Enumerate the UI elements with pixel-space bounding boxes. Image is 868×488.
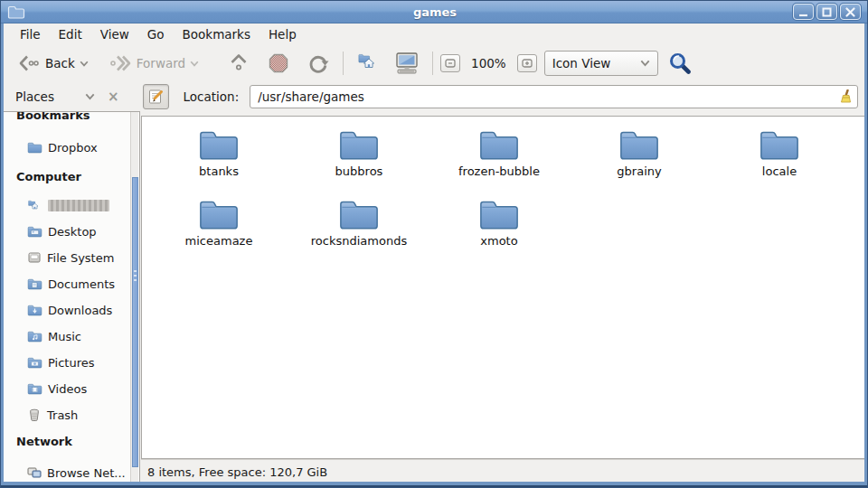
sidebar: Bookmarks Dropbox Computer Desktop File … <box>4 111 140 483</box>
forward-icon <box>108 53 132 73</box>
combo-chevron-icon <box>640 60 650 67</box>
close-button[interactable] <box>840 4 861 20</box>
drive-icon <box>27 250 42 265</box>
home-folder-icon <box>27 199 42 212</box>
minimize-button[interactable] <box>793 4 814 20</box>
up-icon <box>228 52 250 74</box>
sidebar-scrollbar[interactable] <box>130 112 138 483</box>
location-input[interactable] <box>250 85 858 108</box>
window-border-left <box>1 1 4 487</box>
stop-button[interactable] <box>261 48 296 79</box>
folder-item-miceamaze[interactable]: miceamaze <box>151 196 287 248</box>
sidebar-header-computer: Computer <box>16 170 81 183</box>
sidebar-header-bookmarks: Bookmarks <box>16 111 90 122</box>
sidebar-item-music[interactable]: Music <box>4 326 139 346</box>
window-folder-icon <box>7 5 25 23</box>
file-manager-window: games File Edit View Go Bookmarks Help B… <box>0 0 868 488</box>
folder-icon <box>478 196 520 231</box>
folder-item-btanks[interactable]: btanks <box>151 127 287 178</box>
computer-button[interactable] <box>389 48 425 79</box>
titlebar[interactable]: games <box>1 1 868 23</box>
up-button[interactable] <box>222 48 256 79</box>
network-icon <box>27 465 42 480</box>
view-mode-select[interactable]: Icon View <box>544 51 658 76</box>
back-button[interactable]: Back <box>11 49 95 78</box>
folder-icon <box>198 196 240 231</box>
sidebar-item-browse-network[interactable]: Browse Net... <box>4 463 139 483</box>
places-chevron-icon <box>85 93 95 100</box>
toolbar: Back Forward 100% <box>4 44 866 82</box>
sidebar-header-network: Network <box>16 435 72 448</box>
redacted-username <box>48 200 109 211</box>
folder-icon <box>338 196 380 231</box>
folder-item-frozen-bubble[interactable]: frozen-bubble <box>431 127 567 178</box>
reload-button[interactable] <box>301 48 335 79</box>
zoom-out-icon <box>445 59 456 68</box>
stop-icon <box>268 52 289 74</box>
search-button[interactable] <box>662 47 698 80</box>
forward-dropdown-chevron-icon <box>190 61 199 67</box>
location-bar: Places × Location: <box>4 82 866 111</box>
sidebar-item-downloads[interactable]: Downloads <box>4 300 139 320</box>
statusbar: 8 items, Free space: 120,7 GiB <box>141 459 865 483</box>
sidebar-item-videos[interactable]: Videos <box>4 379 139 399</box>
folder-item-xmoto[interactable]: xmoto <box>431 196 567 248</box>
folder-item-gbrainy[interactable]: gbrainy <box>571 127 707 178</box>
sidebar-item-desktop[interactable]: Desktop <box>4 221 139 241</box>
folder-item-bubbros[interactable]: bubbros <box>291 127 427 178</box>
music-folder-icon <box>27 330 42 343</box>
edit-location-toggle[interactable] <box>143 84 169 109</box>
places-dropdown[interactable]: Places <box>8 87 102 107</box>
folder-icon <box>759 127 800 162</box>
menu-view[interactable]: View <box>91 25 138 43</box>
folder-icon <box>198 127 240 162</box>
window-title: games <box>1 5 868 19</box>
folder-item-rocksndiamonds[interactable]: rocksndiamonds <box>291 196 427 248</box>
toolbar-separator <box>343 52 344 75</box>
forward-button[interactable]: Forward <box>102 49 205 78</box>
menu-file[interactable]: File <box>11 25 50 43</box>
folder-icon <box>338 127 380 162</box>
zoom-in-icon <box>522 59 533 68</box>
back-icon <box>17 53 41 73</box>
sidebar-item-documents[interactable]: Documents <box>4 274 139 294</box>
computer-icon <box>395 52 419 74</box>
home-button[interactable] <box>351 48 387 79</box>
sidebar-item-home[interactable] <box>4 195 139 215</box>
zoom-out-button[interactable] <box>440 54 460 72</box>
menu-help[interactable]: Help <box>259 25 306 43</box>
sidebar-item-dropbox[interactable]: Dropbox <box>4 137 139 157</box>
close-sidebar-button[interactable]: × <box>102 89 125 105</box>
folder-icon <box>27 141 42 154</box>
menu-edit[interactable]: Edit <box>50 25 91 43</box>
trash-icon <box>27 408 42 422</box>
reload-icon <box>307 52 329 74</box>
clear-location-icon[interactable] <box>838 89 853 108</box>
downloads-folder-icon <box>27 304 42 316</box>
location-label: Location: <box>184 89 240 104</box>
status-text: 8 items, Free space: 120,7 GiB <box>147 465 327 479</box>
back-dropdown-chevron-icon <box>80 61 89 67</box>
icon-view[interactable]: btanks bubbros frozen-bubble gbrainy loc… <box>141 116 865 459</box>
toolbar-separator-2 <box>432 52 433 75</box>
maximize-button[interactable] <box>816 4 837 20</box>
window-border-bottom <box>1 482 867 487</box>
sidebar-item-file-system[interactable]: File System <box>4 248 139 267</box>
folder-icon <box>478 127 520 162</box>
home-icon <box>357 52 381 74</box>
videos-folder-icon <box>27 382 42 395</box>
zoom-in-button[interactable] <box>517 54 537 72</box>
sidebar-item-pictures[interactable]: Pictures <box>4 352 139 372</box>
folder-icon <box>618 127 660 162</box>
window-border-right <box>864 1 867 487</box>
menu-bookmarks[interactable]: Bookmarks <box>174 25 259 43</box>
sidebar-scrollbar-thumb[interactable] <box>132 177 138 467</box>
pictures-folder-icon <box>27 356 42 369</box>
zoom-level: 100% <box>471 56 506 70</box>
folder-item-locale[interactable]: locale <box>712 127 847 178</box>
sidebar-item-trash[interactable]: Trash <box>4 405 139 425</box>
menu-go[interactable]: Go <box>138 25 174 43</box>
desktop-folder-icon <box>27 225 42 238</box>
edit-icon <box>147 89 164 105</box>
search-icon <box>668 52 692 75</box>
